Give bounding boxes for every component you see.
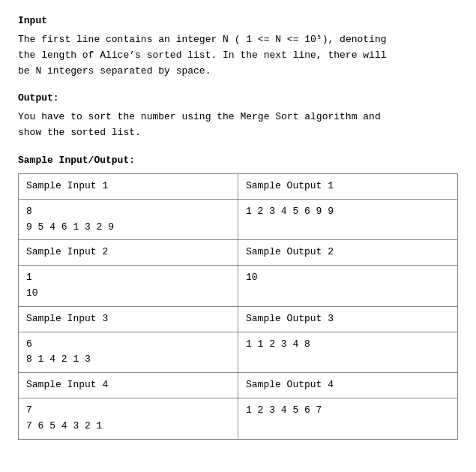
table-row: 1 10 10 (19, 266, 458, 307)
input-line-1: The first line contains an integer N ( 1… (18, 32, 458, 48)
sample-output-header-3: Sample Output 3 (238, 306, 458, 332)
sample-output-value-3: 1 1 2 3 4 8 (238, 332, 458, 373)
input-title: Input (18, 15, 458, 26)
sample-output-value-1: 1 2 3 4 5 6 9 9 (238, 199, 458, 240)
sample-title: Sample Input/Output: (18, 155, 458, 166)
output-section: Output: You have to sort the number usin… (18, 92, 458, 141)
input-line-2: the length of Alice’s sorted list. In th… (18, 48, 458, 64)
sample-input-value-2: 1 10 (19, 266, 238, 307)
table-row: 8 9 5 4 6 1 3 2 9 1 2 3 4 5 6 9 9 (19, 199, 458, 240)
table-row: Sample Input 2 Sample Output 2 (19, 240, 458, 266)
sample-output-header-2: Sample Output 2 (238, 240, 458, 266)
table-row: Sample Input 3 Sample Output 3 (19, 306, 458, 332)
sample-output-header-1: Sample Output 1 (238, 173, 458, 199)
sample-output-header-4: Sample Output 4 (238, 373, 458, 398)
sample-output-value-4: 1 2 3 4 5 6 7 (238, 398, 458, 439)
sample-input-value-3: 6 8 1 4 2 1 3 (19, 332, 238, 373)
output-body: You have to sort the number using the Me… (18, 110, 458, 141)
sample-output-value-2: 10 (238, 266, 458, 307)
sample-section: Sample Input/Output: Sample Input 1 Samp… (18, 155, 458, 440)
table-row: 6 8 1 4 2 1 3 1 1 2 3 4 8 (19, 332, 458, 373)
output-title: Output: (18, 92, 458, 104)
sample-table: Sample Input 1 Sample Output 1 8 9 5 4 6… (18, 173, 458, 440)
table-row: Sample Input 4 Sample Output 4 (19, 373, 458, 398)
sample-input-value-4: 7 7 6 5 4 3 2 1 (19, 398, 238, 439)
table-row: Sample Input 1 Sample Output 1 (19, 173, 458, 199)
sample-input-value-1: 8 9 5 4 6 1 3 2 9 (19, 199, 238, 240)
input-section: Input The first line contains an integer… (18, 15, 458, 79)
sample-input-header-4: Sample Input 4 (19, 373, 238, 398)
sample-input-header-2: Sample Input 2 (19, 240, 238, 266)
table-row: 7 7 6 5 4 3 2 1 1 2 3 4 5 6 7 (19, 398, 458, 439)
output-line-1: You have to sort the number using the Me… (18, 110, 458, 125)
sample-input-header-1: Sample Input 1 (19, 173, 238, 199)
input-line-3: be N integers separated by space. (18, 64, 458, 80)
sample-input-header-3: Sample Input 3 (19, 306, 238, 332)
input-body: The first line contains an integer N ( 1… (18, 32, 458, 79)
output-line-2: show the sorted list. (18, 125, 458, 141)
